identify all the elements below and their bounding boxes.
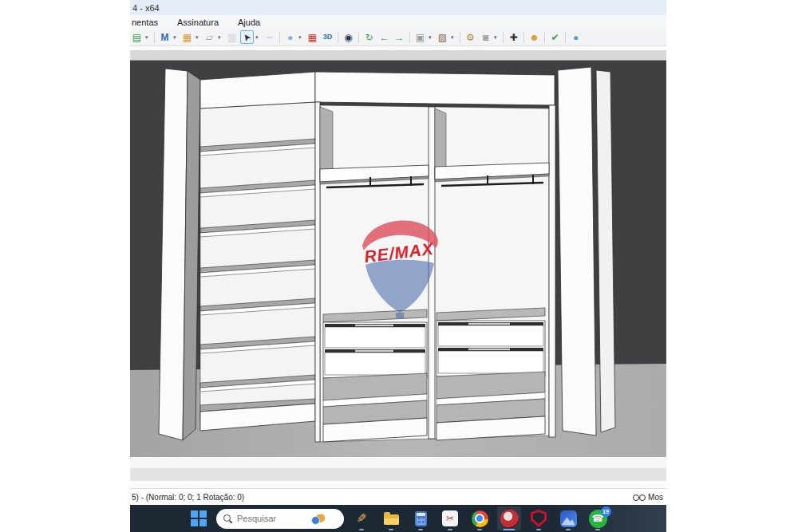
taskbar-app-promob-active[interactable] xyxy=(497,506,521,530)
windows-logo-icon xyxy=(191,510,207,526)
whatsapp-icon: ☎ 19 xyxy=(589,510,607,528)
forward-arrow-icon[interactable]: → xyxy=(393,30,406,44)
zoom-binoculars-icon[interactable]: M xyxy=(158,30,172,44)
dropdown-caret-icon[interactable]: ▾ xyxy=(218,34,223,41)
start-button[interactable] xyxy=(187,506,211,530)
menu-bar: nentas Assinatura Ajuda xyxy=(130,15,666,29)
camera-icon[interactable]: ◙ xyxy=(479,30,492,44)
status-bar: 5) - (Normal: 0; 0; 1 Rotação: 0) Mos xyxy=(130,488,666,505)
toolbar-separator xyxy=(279,32,280,43)
taskbar-app-calculator[interactable] xyxy=(409,506,433,530)
window-layout-icon[interactable]: ▣ xyxy=(413,30,427,44)
app-window: 4 - x64 nentas Assinatura Ajuda ▤ ▾ M ▾ … xyxy=(130,0,666,532)
back-arrow-icon[interactable]: ← xyxy=(377,30,391,44)
toolbar-separator xyxy=(565,32,566,43)
mcafee-shield-icon xyxy=(531,510,547,527)
search-highlights-icon xyxy=(310,512,325,525)
viewport-footer-band-gray xyxy=(130,468,666,481)
window-title: 4 - x64 xyxy=(132,3,160,13)
taskbar-app-chrome[interactable] xyxy=(468,506,492,530)
export-green-icon[interactable]: ▤ xyxy=(130,30,144,44)
refresh-icon[interactable]: ↻ xyxy=(362,30,376,44)
wardrobe-3d-model xyxy=(130,61,666,457)
menu-item-ferramentas[interactable]: nentas xyxy=(132,18,158,27)
viewport-footer-band-light xyxy=(130,481,666,488)
search-input[interactable] xyxy=(237,514,306,523)
left-shelf-column xyxy=(200,72,315,431)
viewport-footer-band xyxy=(130,457,666,468)
toolbar-separator xyxy=(358,32,359,43)
toolbar-separator xyxy=(544,32,545,43)
taskbar-app-snipping-tool[interactable]: ✂ xyxy=(438,506,462,530)
select-cursor-icon[interactable]: ➤ xyxy=(240,30,254,44)
photos-icon xyxy=(560,510,577,527)
copy-shape-icon[interactable]: ▱ xyxy=(203,30,216,44)
title-bar[interactable]: 4 - x64 xyxy=(130,0,666,15)
glasses-icon xyxy=(633,494,646,500)
key-tool-icon[interactable]: ⚙ xyxy=(464,30,477,44)
taskbar-app-pen[interactable]: ✎ xyxy=(350,506,373,530)
dropdown-caret-icon[interactable]: ▾ xyxy=(196,34,201,41)
left-pilaster xyxy=(159,69,200,440)
center-unit xyxy=(315,72,555,442)
taskbar-app-file-explorer[interactable] xyxy=(379,506,403,530)
check-ok-icon[interactable]: ✔ xyxy=(548,30,562,44)
view-3d-icon[interactable]: 3D xyxy=(321,30,334,44)
scissors-icon: ✂ xyxy=(442,510,458,526)
calculator-icon xyxy=(415,511,427,526)
folder-icon xyxy=(384,514,399,525)
pen-icon: ✎ xyxy=(357,511,367,526)
cube-3d-icon[interactable]: ▧ xyxy=(436,30,449,44)
toolbar-separator xyxy=(503,32,504,43)
dropdown-caret-icon[interactable]: ▾ xyxy=(173,34,179,41)
search-icon xyxy=(223,514,232,523)
measure-icon: ┅ xyxy=(263,30,276,44)
dropdown-caret-icon[interactable]: ▾ xyxy=(145,34,151,41)
taskbar-app-photos[interactable] xyxy=(556,506,580,530)
right-pilaster xyxy=(558,67,615,435)
dropdown-caret-icon[interactable]: ▾ xyxy=(298,34,304,41)
toolbar-separator xyxy=(409,32,410,43)
viewport-3d[interactable]: RE/MAX xyxy=(130,61,666,457)
status-right-text: Mos xyxy=(648,493,663,502)
screenshot-canvas: 4 - x64 nentas Assinatura Ajuda ▤ ▾ M ▾ … xyxy=(0,0,798,532)
dropdown-caret-icon[interactable]: ▾ xyxy=(429,34,434,41)
user-icon[interactable]: ☻ xyxy=(527,30,541,44)
toolbar-separator xyxy=(460,32,460,43)
toolbar-separator xyxy=(154,32,155,43)
paste-disabled-icon: ▥ xyxy=(225,30,239,44)
notification-badge: 19 xyxy=(601,506,611,517)
toolbar: ▤ ▾ M ▾ ▦ ▾ ▱ ▾ ▥ ➤ ▾ ┅ ● ▾ ▦ 3D ◉ ↻ ← →… xyxy=(130,29,666,46)
drawer-stack-middle xyxy=(323,309,427,442)
menu-item-assinatura[interactable]: Assinatura xyxy=(177,18,219,27)
drawer-stack-right xyxy=(437,308,545,440)
render-bulb-icon[interactable]: ● xyxy=(283,30,297,44)
dropdown-caret-icon[interactable]: ▾ xyxy=(451,34,456,41)
wardrobe xyxy=(159,67,615,442)
dropdown-caret-icon[interactable]: ▾ xyxy=(255,34,261,41)
taskbar-app-whatsapp[interactable]: ☎ 19 xyxy=(586,506,610,530)
move-icon[interactable]: ✚ xyxy=(507,30,520,44)
modules-stack-icon[interactable]: ▦ xyxy=(180,30,194,44)
toolbar-separator xyxy=(523,32,524,43)
taskbar-search[interactable] xyxy=(216,509,344,529)
viewport-header-strip xyxy=(130,50,666,61)
status-coordinates-text: 5) - (Normal: 0; 0; 1 Rotação: 0) xyxy=(132,493,244,502)
menu-item-ajuda[interactable]: Ajuda xyxy=(238,18,260,27)
dropdown-caret-icon[interactable]: ▾ xyxy=(494,34,500,41)
taskbar-app-mcafee[interactable] xyxy=(527,506,551,530)
chrome-icon xyxy=(472,510,488,527)
materials-grid-icon[interactable]: ▦ xyxy=(306,30,319,44)
toolbar-separator xyxy=(338,32,338,43)
visibility-eye-icon[interactable]: ◉ xyxy=(342,30,355,44)
promob-icon xyxy=(500,510,519,528)
windows-taskbar: ✎ ✂ ☎ xyxy=(130,505,666,532)
chat-icon[interactable]: ● xyxy=(569,30,583,44)
